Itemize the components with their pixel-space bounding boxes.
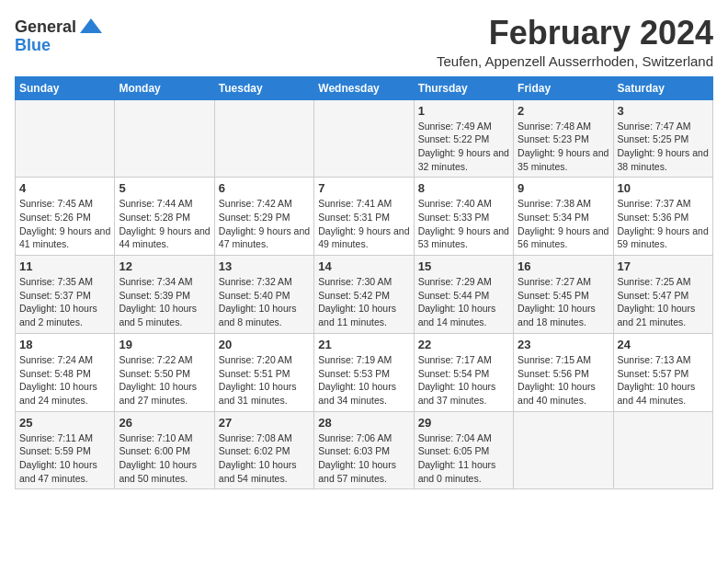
day-number: 20: [219, 338, 310, 351]
day-info: Sunrise: 7:44 AMSunset: 5:28 PMDaylight:…: [119, 197, 210, 251]
calendar-week-row: 11Sunrise: 7:35 AMSunset: 5:37 PMDayligh…: [16, 256, 713, 334]
header: General Blue February 2024 Teufen, Appen…: [15, 15, 713, 69]
table-row: [115, 99, 214, 178]
table-row: 13Sunrise: 7:32 AMSunset: 5:40 PMDayligh…: [214, 256, 313, 334]
day-number: 24: [618, 338, 709, 351]
day-info: Sunrise: 7:37 AMSunset: 5:36 PMDaylight:…: [618, 197, 709, 251]
day-info: Sunrise: 7:41 AMSunset: 5:31 PMDaylight:…: [318, 197, 409, 251]
table-row: 29Sunrise: 7:04 AMSunset: 6:05 PMDayligh…: [414, 411, 513, 489]
day-number: 5: [119, 181, 210, 195]
table-row: 19Sunrise: 7:22 AMSunset: 5:50 PMDayligh…: [115, 333, 214, 411]
day-number: 10: [618, 181, 709, 195]
table-row: 14Sunrise: 7:30 AMSunset: 5:42 PMDayligh…: [314, 256, 414, 334]
day-number: 9: [518, 181, 609, 195]
day-number: 8: [418, 181, 509, 195]
table-row: 2Sunrise: 7:48 AMSunset: 5:23 PMDaylight…: [514, 99, 613, 178]
day-info: Sunrise: 7:48 AMSunset: 5:23 PMDaylight:…: [518, 120, 609, 174]
day-info: Sunrise: 7:49 AMSunset: 5:22 PMDaylight:…: [418, 120, 509, 174]
table-row: 12Sunrise: 7:34 AMSunset: 5:39 PMDayligh…: [115, 256, 214, 334]
day-number: 1: [418, 104, 509, 118]
day-info: Sunrise: 7:08 AMSunset: 6:02 PMDaylight:…: [219, 431, 310, 486]
day-number: 19: [119, 338, 210, 351]
day-number: 12: [119, 259, 210, 273]
day-info: Sunrise: 7:35 AMSunset: 5:37 PMDaylight:…: [19, 275, 110, 329]
table-row: 6Sunrise: 7:42 AMSunset: 5:29 PMDaylight…: [214, 178, 313, 256]
table-row: 10Sunrise: 7:37 AMSunset: 5:36 PMDayligh…: [613, 178, 712, 256]
day-number: 6: [219, 181, 310, 195]
day-number: 25: [19, 416, 110, 430]
col-saturday: Saturday: [613, 76, 712, 99]
day-number: 18: [19, 338, 110, 351]
calendar-week-row: 25Sunrise: 7:11 AMSunset: 5:59 PMDayligh…: [16, 411, 713, 489]
col-friday: Friday: [514, 76, 613, 99]
day-info: Sunrise: 7:45 AMSunset: 5:26 PMDaylight:…: [19, 197, 110, 251]
day-number: 14: [318, 259, 409, 273]
table-row: 21Sunrise: 7:19 AMSunset: 5:53 PMDayligh…: [314, 333, 414, 411]
day-info: Sunrise: 7:06 AMSunset: 6:03 PMDaylight:…: [318, 431, 409, 486]
day-info: Sunrise: 7:13 AMSunset: 5:57 PMDaylight:…: [618, 353, 709, 408]
table-row: 15Sunrise: 7:29 AMSunset: 5:44 PMDayligh…: [414, 256, 513, 334]
table-row: 23Sunrise: 7:15 AMSunset: 5:56 PMDayligh…: [514, 333, 613, 411]
day-info: Sunrise: 7:24 AMSunset: 5:48 PMDaylight:…: [19, 353, 110, 408]
table-row: [514, 411, 613, 489]
table-row: 22Sunrise: 7:17 AMSunset: 5:54 PMDayligh…: [414, 333, 513, 411]
location: Teufen, Appenzell Ausserrhoden, Switzerl…: [437, 53, 713, 69]
col-tuesday: Tuesday: [214, 76, 313, 99]
day-info: Sunrise: 7:40 AMSunset: 5:33 PMDaylight:…: [418, 197, 509, 251]
calendar-week-row: 1Sunrise: 7:49 AMSunset: 5:22 PMDaylight…: [16, 99, 713, 178]
day-number: 23: [518, 338, 609, 351]
logo-blue-text: Blue: [15, 36, 51, 54]
day-number: 7: [318, 181, 409, 195]
table-row: 20Sunrise: 7:20 AMSunset: 5:51 PMDayligh…: [214, 333, 313, 411]
table-row: 11Sunrise: 7:35 AMSunset: 5:37 PMDayligh…: [16, 256, 115, 334]
day-number: 26: [119, 416, 210, 430]
table-row: 4Sunrise: 7:45 AMSunset: 5:26 PMDaylight…: [16, 178, 115, 256]
table-row: 3Sunrise: 7:47 AMSunset: 5:25 PMDaylight…: [613, 99, 712, 178]
table-row: 26Sunrise: 7:10 AMSunset: 6:00 PMDayligh…: [115, 411, 214, 489]
day-number: 11: [19, 259, 110, 273]
day-info: Sunrise: 7:27 AMSunset: 5:45 PMDaylight:…: [518, 275, 609, 329]
col-thursday: Thursday: [414, 76, 513, 99]
table-row: 17Sunrise: 7:25 AMSunset: 5:47 PMDayligh…: [613, 256, 712, 334]
day-number: 13: [219, 259, 310, 273]
day-info: Sunrise: 7:29 AMSunset: 5:44 PMDaylight:…: [418, 275, 509, 329]
table-row: 24Sunrise: 7:13 AMSunset: 5:57 PMDayligh…: [613, 333, 712, 411]
table-row: [214, 99, 313, 178]
day-info: Sunrise: 7:04 AMSunset: 6:05 PMDaylight:…: [418, 431, 509, 486]
day-info: Sunrise: 7:32 AMSunset: 5:40 PMDaylight:…: [219, 275, 310, 329]
table-row: [613, 411, 712, 489]
table-row: 25Sunrise: 7:11 AMSunset: 5:59 PMDayligh…: [16, 411, 115, 489]
calendar-week-row: 4Sunrise: 7:45 AMSunset: 5:26 PMDaylight…: [16, 178, 713, 256]
calendar: Sunday Monday Tuesday Wednesday Thursday…: [15, 76, 713, 490]
day-info: Sunrise: 7:19 AMSunset: 5:53 PMDaylight:…: [318, 353, 409, 408]
day-number: 16: [518, 259, 609, 273]
table-row: 16Sunrise: 7:27 AMSunset: 5:45 PMDayligh…: [514, 256, 613, 334]
logo-text: General: [15, 18, 76, 37]
col-sunday: Sunday: [16, 76, 115, 99]
day-info: Sunrise: 7:34 AMSunset: 5:39 PMDaylight:…: [119, 275, 210, 329]
day-info: Sunrise: 7:38 AMSunset: 5:34 PMDaylight:…: [518, 197, 609, 251]
table-row: 28Sunrise: 7:06 AMSunset: 6:03 PMDayligh…: [314, 411, 414, 489]
day-info: Sunrise: 7:47 AMSunset: 5:25 PMDaylight:…: [618, 120, 709, 174]
day-info: Sunrise: 7:15 AMSunset: 5:56 PMDaylight:…: [518, 353, 609, 408]
day-info: Sunrise: 7:10 AMSunset: 6:00 PMDaylight:…: [119, 431, 210, 486]
table-row: 1Sunrise: 7:49 AMSunset: 5:22 PMDaylight…: [414, 99, 513, 178]
day-number: 4: [19, 181, 110, 195]
col-monday: Monday: [115, 76, 214, 99]
table-row: [16, 99, 115, 178]
day-info: Sunrise: 7:22 AMSunset: 5:50 PMDaylight:…: [119, 353, 210, 408]
day-number: 15: [418, 259, 509, 273]
day-info: Sunrise: 7:17 AMSunset: 5:54 PMDaylight:…: [418, 353, 509, 408]
table-row: 8Sunrise: 7:40 AMSunset: 5:33 PMDaylight…: [414, 178, 513, 256]
table-row: [314, 99, 414, 178]
table-row: 27Sunrise: 7:08 AMSunset: 6:02 PMDayligh…: [214, 411, 313, 489]
day-number: 21: [318, 338, 409, 351]
table-row: 9Sunrise: 7:38 AMSunset: 5:34 PMDaylight…: [514, 178, 613, 256]
col-wednesday: Wednesday: [314, 76, 414, 99]
table-row: 18Sunrise: 7:24 AMSunset: 5:48 PMDayligh…: [16, 333, 115, 411]
day-info: Sunrise: 7:42 AMSunset: 5:29 PMDaylight:…: [219, 197, 310, 251]
day-info: Sunrise: 7:11 AMSunset: 5:59 PMDaylight:…: [19, 431, 110, 486]
month-year: February 2024: [437, 15, 713, 52]
calendar-week-row: 18Sunrise: 7:24 AMSunset: 5:48 PMDayligh…: [16, 333, 713, 411]
day-number: 17: [618, 259, 709, 273]
